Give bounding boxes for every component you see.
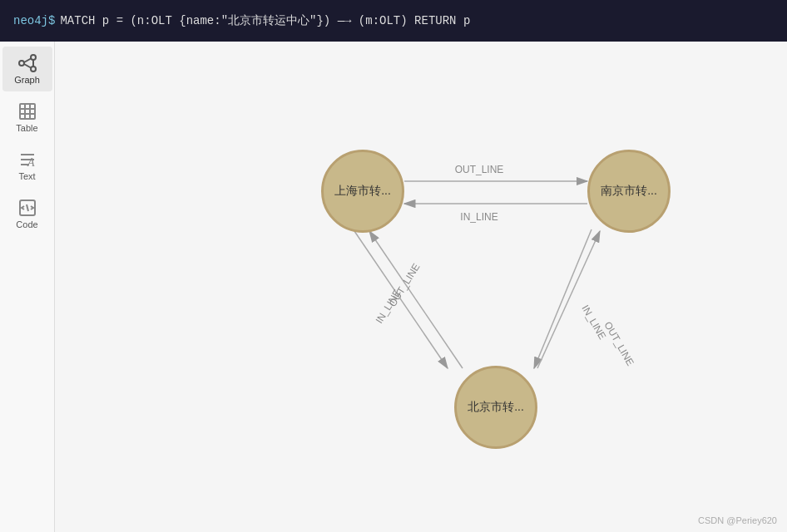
sidebar-item-text[interactable]: A Text xyxy=(2,143,52,188)
edge-label-out-bj-nj: OUT_LINE xyxy=(601,320,636,368)
sidebar-item-graph[interactable]: Graph xyxy=(2,47,52,91)
sidebar-label-code: Code xyxy=(16,219,37,229)
svg-text:A: A xyxy=(27,156,35,169)
graph-svg: OUT_LINE IN_LINE OUT_LINE IN_LINE IN_LIN… xyxy=(55,42,787,532)
command-bar: neo4j$ MATCH p = (n:OLT {name:"北京市转运中心"}… xyxy=(0,0,787,42)
node-shanghai[interactable]: 上海市转... xyxy=(321,150,404,233)
node-nanjing-label: 南京市转... xyxy=(601,184,657,199)
graph-area: OUT_LINE IN_LINE OUT_LINE IN_LINE IN_LIN… xyxy=(55,42,787,532)
command-prompt: neo4j$ xyxy=(13,14,55,27)
svg-line-3 xyxy=(24,59,31,63)
svg-point-0 xyxy=(19,61,24,66)
sidebar-item-table[interactable]: Table xyxy=(2,95,52,140)
svg-line-22 xyxy=(534,229,591,368)
graph-icon xyxy=(17,53,37,73)
sidebar-label-text: Text xyxy=(18,171,35,181)
svg-line-20 xyxy=(369,231,463,368)
node-shanghai-label: 上海市转... xyxy=(334,184,391,199)
svg-point-1 xyxy=(31,55,36,60)
command-query: MATCH p = (n:OLT {name:"北京市转运中心"}) —→ (m… xyxy=(60,13,470,28)
node-beijing[interactable]: 北京市转... xyxy=(454,366,537,449)
sidebar-label-graph: Graph xyxy=(14,75,40,85)
sidebar-label-table: Table xyxy=(16,123,37,133)
table-icon xyxy=(17,101,37,121)
node-beijing-label: 北京市转... xyxy=(468,400,524,415)
edge-label-out-sh-nj: OUT_LINE xyxy=(455,164,504,175)
text-icon: A xyxy=(17,150,37,170)
svg-line-21 xyxy=(354,231,448,368)
svg-rect-6 xyxy=(20,104,35,119)
svg-line-4 xyxy=(24,64,31,68)
code-icon xyxy=(17,198,37,218)
svg-line-23 xyxy=(537,231,600,368)
sidebar: Graph Table A Text xyxy=(0,42,55,532)
svg-point-2 xyxy=(31,66,36,71)
edge-label-in-nj-sh: IN_LINE xyxy=(460,211,497,223)
sidebar-item-code[interactable]: Code xyxy=(2,191,52,236)
edge-label-in-sh-bj: IN_LINE xyxy=(374,288,403,326)
edge-label-in-nj-bj: IN_LINE xyxy=(579,303,608,342)
node-nanjing[interactable]: 南京市转... xyxy=(587,150,671,233)
svg-line-16 xyxy=(27,204,28,211)
